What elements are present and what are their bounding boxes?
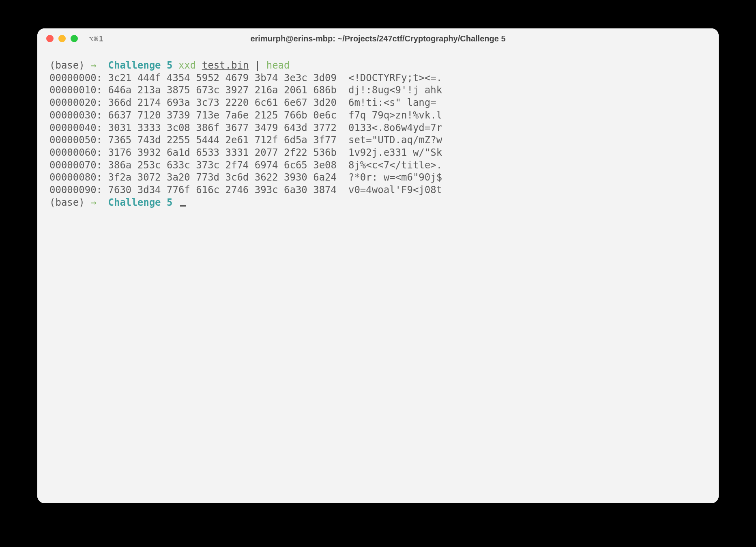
prompt-env: (base) xyxy=(49,60,85,71)
tab-shortcut-indicator: ⌥⌘1 xyxy=(89,34,104,43)
hex-bytes: 3c21 444f 4354 5952 4679 3b74 3e3c 3d09 xyxy=(108,72,337,84)
hex-offset: 00000000: xyxy=(49,72,102,84)
prompt-arrow-icon: → xyxy=(90,197,96,208)
terminal-output[interactable]: (base) → Challenge 5 xxd test.bin | head… xyxy=(37,49,719,503)
hex-ascii: 6m!ti:<s" lang= xyxy=(348,97,442,108)
prompt-cwd: Challenge 5 xyxy=(108,197,173,208)
terminal-window: ⌥⌘1 erimurph@erins-mbp: ~/Projects/247ct… xyxy=(37,28,719,503)
hex-bytes: 3f2a 3072 3a20 773d 3c6d 3622 3930 6a24 xyxy=(108,172,337,183)
hex-bytes: 366d 2174 693a 3c73 2220 6c61 6e67 3d20 xyxy=(108,97,337,108)
traffic-lights xyxy=(46,35,78,42)
window-titlebar: ⌥⌘1 erimurph@erins-mbp: ~/Projects/247ct… xyxy=(37,28,719,49)
hex-ascii: 1v92j.e331 w/"Sk xyxy=(348,147,442,158)
hex-offset: 00000010: xyxy=(49,84,102,96)
prompt-env: (base) xyxy=(49,197,85,208)
command-executable: head xyxy=(266,60,290,71)
prompt-arrow-icon: → xyxy=(90,60,96,71)
hex-offset: 00000060: xyxy=(49,147,102,158)
hex-offset: 00000070: xyxy=(49,159,102,171)
hex-ascii: f7q 79q>zn!%vk.l xyxy=(348,110,442,121)
hex-ascii: <!DOCTYRFy;t><=. xyxy=(348,72,442,84)
hex-bytes: 646a 213a 3875 673c 3927 216a 2061 686b xyxy=(108,84,337,96)
hex-bytes: 3031 3333 3c08 386f 3677 3479 643d 3772 xyxy=(108,122,337,134)
hex-offset: 00000040: xyxy=(49,122,102,134)
hex-ascii: v0=4woal'F9<j08t xyxy=(348,184,442,196)
minimize-button[interactable] xyxy=(58,35,66,42)
hex-ascii: 0133<.8o6w4yd=7r xyxy=(348,122,442,134)
hex-offset: 00000090: xyxy=(49,184,102,196)
hex-ascii: set="UTD.aq/mZ?w xyxy=(348,134,442,146)
prompt-cwd: Challenge 5 xyxy=(108,60,173,71)
hex-ascii: ?*0r: w=<m6"90j$ xyxy=(348,172,442,183)
command-executable: xxd xyxy=(178,60,196,71)
window-title: erimurph@erins-mbp: ~/Projects/247ctf/Cr… xyxy=(37,34,719,43)
cursor-icon xyxy=(180,205,186,207)
hex-bytes: 6637 7120 3739 713e 7a6e 2125 766b 0e6c xyxy=(108,110,337,121)
hex-ascii: 8j%<c<7</title>. xyxy=(348,159,442,171)
hex-offset: 00000080: xyxy=(49,172,102,183)
hex-bytes: 386a 253c 633c 373c 2f74 6974 6c65 3e08 xyxy=(108,159,337,171)
hex-ascii: dj!:8ug<9'!j ahk xyxy=(348,84,442,96)
hex-offset: 00000030: xyxy=(49,110,102,121)
maximize-button[interactable] xyxy=(71,35,78,42)
hex-bytes: 7630 3d34 776f 616c 2746 393c 6a30 3874 xyxy=(108,184,337,196)
command-argument: test.bin xyxy=(202,60,249,71)
hex-offset: 00000050: xyxy=(49,134,102,146)
hex-bytes: 7365 743d 2255 5444 2e61 712f 6d5a 3f77 xyxy=(108,134,337,146)
pipe-operator: | xyxy=(255,60,260,71)
hex-offset: 00000020: xyxy=(49,97,102,108)
hex-bytes: 3176 3932 6a1d 6533 3331 2077 2f22 536b xyxy=(108,147,337,158)
close-button[interactable] xyxy=(46,35,54,42)
